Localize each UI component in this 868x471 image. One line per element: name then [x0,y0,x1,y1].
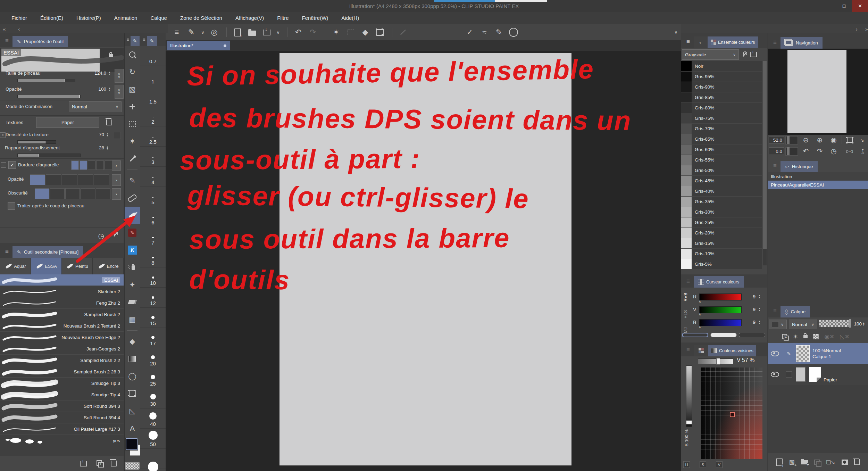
zoom-value-input[interactable]: 52.0 [769,136,784,144]
wc-opacity-cells[interactable] [30,174,109,185]
channel-slider[interactable] [699,294,742,300]
polyline-tool-icon[interactable]: ◺ [125,402,140,420]
menu-filtre[interactable]: Filtre [270,15,295,21]
layer-row[interactable]: ✎ 100 %Normal Calque 1 [768,343,868,364]
menu-affichagev[interactable]: Affichage(V) [229,15,270,21]
tab-toolbar[interactable]: ✎ [131,36,140,46]
frame-tool-icon[interactable] [125,385,140,402]
tab-layers[interactable]: ◇◇ Calque [781,306,810,317]
brush-list-item[interactable]: Jean-Georges 2 [0,343,124,355]
close-button[interactable]: ✕ [852,0,868,12]
channel-spinner[interactable]: ▲▼ [758,295,761,299]
subtool-tab-essa[interactable]: ESSA [31,258,62,274]
zoom-out-icon[interactable]: ⊖ [801,135,811,144]
color-mode-tab-hls[interactable]: HLS [681,306,690,323]
color-preset-dropdown[interactable]: Grayscale∨ [682,49,739,60]
delete-layer-icon[interactable] [854,459,860,465]
layer-row[interactable]: Papier [768,364,868,385]
value-slider[interactable] [698,358,733,364]
rotate-right-icon[interactable]: ↷ [815,147,825,156]
opacity-slider[interactable] [17,95,81,98]
text-tool-icon[interactable]: A [125,420,140,437]
brush-list-item[interactable]: Nouveau Brush 2 Texturé 2 [0,320,124,332]
save-file-icon[interactable] [260,26,273,39]
watercolor-checkbox[interactable]: ✓ [8,161,16,169]
help-icon[interactable] [507,26,520,39]
brush-size-30[interactable]: 30 [140,388,166,408]
layer-opacity-value[interactable]: 100 [851,321,862,327]
brush-list-item[interactable]: ESSAI [0,274,124,286]
tab-color-slider[interactable]: Curseur couleurs [694,276,744,288]
channel-spinner[interactable]: ▲▼ [758,320,761,324]
density-value[interactable]: 70 [85,132,104,137]
tool-switch-chevron-icon[interactable]: ∨ [199,26,206,39]
blend-mode-dropdown[interactable]: Normal∨ [69,101,122,112]
saturation-slider[interactable] [686,365,692,427]
selection-tool-icon[interactable] [125,115,140,133]
channel-value[interactable]: 9 [748,294,756,299]
darkness-cells[interactable] [35,188,110,199]
zoom-tool-icon[interactable] [125,46,140,63]
transparent-color-swatch[interactable] [125,462,140,470]
color-set-item[interactable]: Gris-55% [681,155,762,165]
panel-menu-icon[interactable]: ≡ [683,36,694,47]
commandbar-collapse-icon[interactable]: ∨ [674,29,678,35]
brush-size-25[interactable]: 25 [140,368,166,388]
menu-animation[interactable]: Animation [108,15,144,21]
texture-dropdown[interactable]: Paper [36,117,99,128]
move-tool-icon[interactable] [125,98,140,115]
zoom-slider[interactable] [785,136,798,144]
gradient-tool-icon[interactable] [125,350,140,367]
snap-ruler-icon[interactable]: ✓ [463,26,476,39]
dock-collapse-all-icon[interactable]: « [3,26,6,32]
rotation-value-input[interactable]: 0.0 [769,147,784,155]
axis-button-s[interactable]: S [700,461,706,468]
sparkle-tool-icon[interactable]: ✦ [125,276,140,294]
channel-spinner[interactable]: ▲▼ [758,307,761,312]
brush-list-item[interactable]: Oil Pastel Large #17 3 [0,423,124,435]
new-material-layer-icon[interactable]: ▧+ [789,458,794,466]
clip-studio-logo-icon[interactable]: ◎ [208,26,221,39]
color-mode-tab-rvb[interactable]: RVB [681,288,690,306]
brush-size-0.7[interactable]: 0.7 [140,46,166,66]
density-slider[interactable] [17,140,56,144]
color-set-item[interactable]: Gris-30% [681,207,762,217]
liquify-tool-icon[interactable]: ▦ [125,311,140,328]
duplicate-subtool-icon[interactable] [97,460,102,466]
edit-color-set-icon[interactable] [742,52,747,57]
channel-value[interactable]: 9 [748,320,756,325]
merge-down-icon[interactable]: ❏↘ [826,459,835,465]
brush-size-20[interactable]: 20 [140,348,166,368]
layer-opacity-spinner[interactable]: ▲▼ [862,322,865,326]
menu-calque[interactable]: Calque [144,15,174,21]
color-set-item[interactable]: Gris-20% [681,228,762,238]
postprocess-checkbox[interactable] [8,202,15,210]
brush-list-item[interactable]: Sampled Brush 2 [0,309,124,320]
size-value[interactable]: 124.0 [87,71,106,76]
darkness-more-button[interactable]: › [112,188,121,200]
layer-check-cell[interactable] [786,371,792,378]
brush-list-item[interactable]: Smudge Tip 3 [0,378,124,389]
density-lock-cell[interactable] [114,132,121,139]
color-set-item[interactable]: Gris-10% [681,249,762,259]
layer-thumbnail[interactable] [796,345,810,362]
panel-menu-icon[interactable]: ≡ [683,345,694,355]
color-list-scrollbar[interactable] [763,61,767,265]
brush-size-3[interactable]: 3 [140,147,166,167]
color-history-slot-white[interactable] [710,333,737,337]
flip-horizontal-icon[interactable]: ▷◁ [844,147,855,156]
color-set-item[interactable]: Gris-50% [681,165,762,175]
maximize-button[interactable]: □ [836,0,852,12]
rotate-canvas-icon[interactable]: ↻ [125,63,140,81]
layer-name[interactable]: Papier [824,377,837,383]
fit-to-screen-icon[interactable] [844,135,855,144]
opacity-expand-button[interactable]: ∨∨ [115,85,124,99]
tab-intermediate-colors[interactable] [694,345,708,356]
size-slider[interactable] [17,79,75,82]
lock-icon[interactable] [109,54,113,57]
wc-opacity-more-button[interactable]: › [112,174,121,186]
tool-switch-icon[interactable]: ✎ [185,26,198,39]
axis-button-h[interactable]: H [683,461,690,468]
color-set-item[interactable]: Gris-80% [681,103,762,113]
color-set-item[interactable]: Gris-15% [681,238,762,248]
